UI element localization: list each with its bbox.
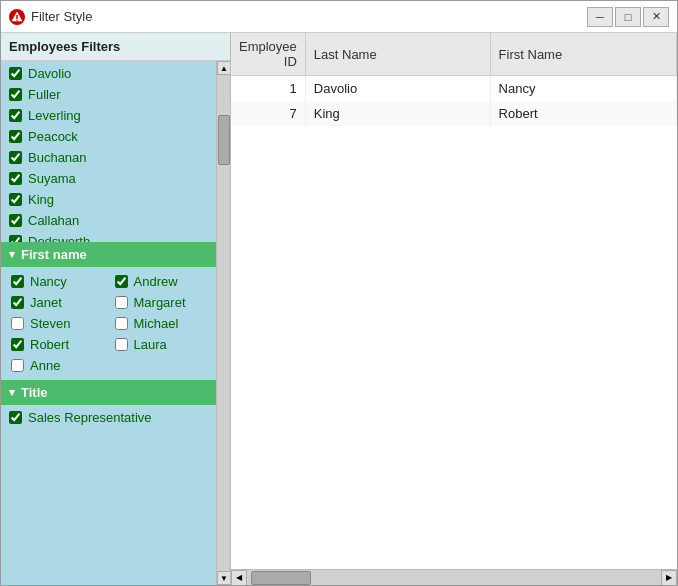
firstname-checkbox-grid: NancyAndrewJanetMargaretStevenMichaelRob…	[1, 267, 216, 380]
scroll-left-arrow[interactable]: ◀	[231, 570, 247, 586]
scroll-track	[217, 75, 230, 571]
firstname-section-label: First name	[21, 247, 87, 262]
firstname-label: Nancy	[30, 274, 67, 289]
firstname-filter-item-right: Andrew	[109, 271, 213, 292]
table-row: 7KingRobert	[231, 101, 677, 126]
firstname-label: Robert	[30, 337, 69, 352]
scroll-down-arrow[interactable]: ▼	[217, 571, 230, 585]
firstname-filter-item-right: Margaret	[109, 292, 213, 313]
firstname-checkbox[interactable]	[11, 296, 24, 309]
firstname-filter-item: Steven	[5, 313, 109, 334]
title-checkbox[interactable]	[9, 411, 22, 424]
lastname-label: Peacock	[28, 129, 78, 144]
firstname-checkbox-right[interactable]	[115, 317, 128, 330]
left-panel: Employees Filters DavolioFullerLeverling…	[1, 33, 231, 585]
left-panel-inner: DavolioFullerLeverlingPeacockBuchananSuy…	[1, 61, 230, 585]
lastname-checkbox[interactable]	[9, 109, 22, 122]
firstname-checkbox[interactable]	[11, 317, 24, 330]
firstname-filter-item-right: Laura	[109, 334, 213, 355]
firstname-checkbox[interactable]	[11, 338, 24, 351]
lastname-label: Buchanan	[28, 150, 87, 165]
window-controls: ─ □ ✕	[587, 7, 669, 27]
right-panel: Employee ID Last Name First Name 1Davoli…	[231, 33, 677, 585]
cell-first-name: Robert	[490, 101, 676, 126]
firstname-filter-item: Anne	[5, 355, 109, 376]
firstname-label: Steven	[30, 316, 70, 331]
firstname-checkbox-right[interactable]	[115, 296, 128, 309]
firstname-checkbox-right[interactable]	[115, 338, 128, 351]
firstname-filter-item: Nancy	[5, 271, 109, 292]
col-header-employee-id: Employee ID	[231, 33, 305, 76]
table-row: 1DavolioNancy	[231, 76, 677, 102]
minimize-button[interactable]: ─	[587, 7, 613, 27]
firstname-checkbox-right[interactable]	[115, 275, 128, 288]
lastname-filter-item: Buchanan	[1, 147, 216, 168]
firstname-filter-item: Robert	[5, 334, 109, 355]
employee-table: Employee ID Last Name First Name 1Davoli…	[231, 33, 677, 126]
data-table: Employee ID Last Name First Name 1Davoli…	[231, 33, 677, 569]
scroll-right-arrow[interactable]: ▶	[661, 570, 677, 586]
lastname-checkbox[interactable]	[9, 193, 22, 206]
lastname-label: Fuller	[28, 87, 61, 102]
left-content: DavolioFullerLeverlingPeacockBuchananSuy…	[1, 61, 216, 585]
title-section-label: Title	[21, 385, 48, 400]
cell-last-name: Davolio	[305, 76, 490, 102]
lastname-filter-item: Dodsworth	[1, 231, 216, 242]
col-header-last-name: Last Name	[305, 33, 490, 76]
left-scrollbar[interactable]: ▲ ▼	[216, 61, 230, 585]
chevron-down-icon: ▾	[9, 248, 15, 261]
col-header-first-name: First Name	[490, 33, 676, 76]
cell-employee-id: 7	[231, 101, 305, 126]
lastname-label: Leverling	[28, 108, 81, 123]
firstname-checkbox[interactable]	[11, 275, 24, 288]
lastname-checkbox[interactable]	[9, 88, 22, 101]
title-filter-list: Sales Representative	[1, 405, 216, 586]
lastname-checkbox[interactable]	[9, 130, 22, 143]
maximize-button[interactable]: □	[615, 7, 641, 27]
lastname-label: Callahan	[28, 213, 79, 228]
cell-last-name: King	[305, 101, 490, 126]
firstname-label: Janet	[30, 295, 62, 310]
title-label: Sales Representative	[28, 410, 152, 425]
lastname-filter-item: Leverling	[1, 105, 216, 126]
lastname-checkbox[interactable]	[9, 67, 22, 80]
lastname-filter-item: Davolio	[1, 63, 216, 84]
lastname-filter-list: DavolioFullerLeverlingPeacockBuchananSuy…	[1, 61, 216, 242]
lastname-filter-item: Callahan	[1, 210, 216, 231]
lastname-checkbox[interactable]	[9, 214, 22, 227]
svg-point-2	[16, 19, 17, 20]
app-icon	[9, 9, 25, 25]
close-button[interactable]: ✕	[643, 7, 669, 27]
title-section-header[interactable]: ▾ Title	[1, 380, 216, 405]
main-content: Employees Filters DavolioFullerLeverling…	[1, 33, 677, 585]
cell-employee-id: 1	[231, 76, 305, 102]
firstname-label: Anne	[30, 358, 60, 373]
firstname-label-right: Laura	[134, 337, 167, 352]
lastname-filter-item: Suyama	[1, 168, 216, 189]
firstname-label-right: Margaret	[134, 295, 186, 310]
firstname-label-right: Andrew	[134, 274, 178, 289]
table-header-row: Employee ID Last Name First Name	[231, 33, 677, 76]
window-title: Filter Style	[31, 9, 587, 24]
main-window: Filter Style ─ □ ✕ Employees Filters Dav…	[0, 0, 678, 586]
lastname-filter-item: Peacock	[1, 126, 216, 147]
lastname-checkbox[interactable]	[9, 151, 22, 164]
firstname-checkbox[interactable]	[11, 359, 24, 372]
titlebar: Filter Style ─ □ ✕	[1, 1, 677, 33]
lastname-label: Davolio	[28, 66, 71, 81]
firstname-filter-item-right: Michael	[109, 313, 213, 334]
scroll-thumb[interactable]	[218, 115, 230, 165]
lastname-checkbox[interactable]	[9, 172, 22, 185]
lastname-filter-item: King	[1, 189, 216, 210]
firstname-filter-item: Janet	[5, 292, 109, 313]
chevron-down-icon-2: ▾	[9, 386, 15, 399]
firstname-section-header[interactable]: ▾ First name	[1, 242, 216, 267]
lastname-label: King	[28, 192, 54, 207]
scroll-thumb-horizontal[interactable]	[251, 571, 311, 585]
lastname-label: Dodsworth	[28, 234, 90, 242]
scroll-up-arrow[interactable]: ▲	[217, 61, 230, 75]
horizontal-scrollbar[interactable]: ◀ ▶	[231, 569, 677, 585]
lastname-label: Suyama	[28, 171, 76, 186]
firstname-label-right: Michael	[134, 316, 179, 331]
lastname-filter-item: Fuller	[1, 84, 216, 105]
